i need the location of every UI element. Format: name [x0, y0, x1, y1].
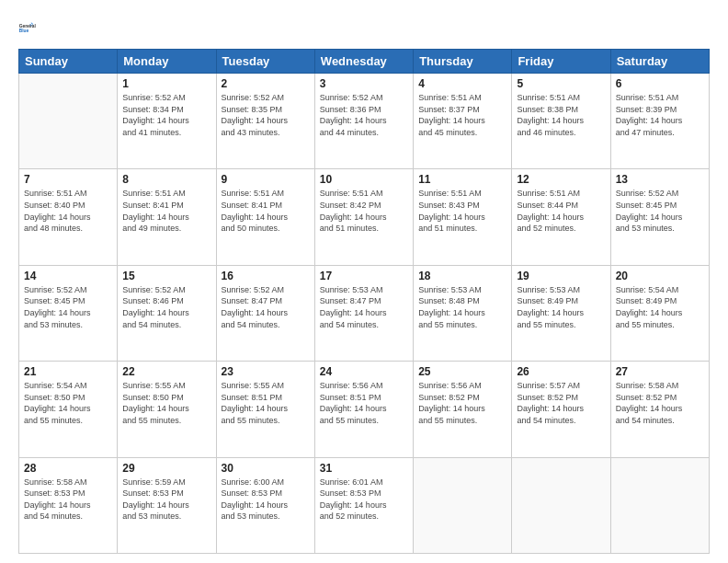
day-info: Sunrise: 5:51 AM Sunset: 8:43 PM Dayligh…	[418, 188, 506, 234]
calendar-day-cell: 28Sunrise: 5:58 AM Sunset: 8:53 PM Dayli…	[19, 457, 118, 553]
day-number: 3	[320, 77, 408, 90]
day-info: Sunrise: 5:52 AM Sunset: 8:45 PM Dayligh…	[24, 284, 112, 330]
day-number: 2	[222, 77, 310, 90]
calendar-day-cell: 1Sunrise: 5:52 AM Sunset: 8:34 PM Daylig…	[118, 74, 216, 169]
calendar-day-cell: 18Sunrise: 5:53 AM Sunset: 8:48 PM Dayli…	[414, 265, 512, 361]
calendar-header-row: SundayMondayTuesdayWednesdayThursdayFrid…	[19, 50, 710, 74]
day-number: 9	[222, 173, 310, 186]
calendar-day-cell	[19, 74, 118, 169]
day-info: Sunrise: 5:52 AM Sunset: 8:45 PM Dayligh…	[616, 188, 704, 234]
day-number: 18	[418, 270, 506, 282]
calendar-day-cell: 25Sunrise: 5:56 AM Sunset: 8:52 PM Dayli…	[414, 362, 512, 457]
calendar-week-row: 28Sunrise: 5:58 AM Sunset: 8:53 PM Dayli…	[19, 457, 710, 553]
calendar-day-cell: 29Sunrise: 5:59 AM Sunset: 8:53 PM Dayli…	[118, 457, 216, 553]
day-number: 19	[517, 270, 605, 282]
calendar-day-cell: 2Sunrise: 5:52 AM Sunset: 8:35 PM Daylig…	[216, 74, 314, 169]
day-number: 26	[517, 365, 605, 378]
day-number: 30	[222, 462, 310, 475]
calendar-day-cell: 23Sunrise: 5:55 AM Sunset: 8:51 PM Dayli…	[216, 362, 314, 457]
day-number: 8	[122, 173, 210, 186]
calendar-day-cell	[610, 457, 709, 553]
day-info: Sunrise: 6:01 AM Sunset: 8:53 PM Dayligh…	[320, 477, 408, 523]
day-info: Sunrise: 5:51 AM Sunset: 8:42 PM Dayligh…	[320, 188, 408, 234]
calendar-day-cell: 14Sunrise: 5:52 AM Sunset: 8:45 PM Dayli…	[19, 265, 118, 361]
day-number: 27	[616, 365, 704, 378]
day-info: Sunrise: 5:54 AM Sunset: 8:49 PM Dayligh…	[616, 284, 704, 330]
day-number: 13	[616, 173, 704, 186]
day-number: 28	[24, 462, 112, 475]
calendar-week-row: 7Sunrise: 5:51 AM Sunset: 8:40 PM Daylig…	[19, 169, 710, 265]
calendar-day-cell: 31Sunrise: 6:01 AM Sunset: 8:53 PM Dayli…	[314, 457, 413, 553]
weekday-header: Tuesday	[216, 50, 314, 74]
calendar-day-cell: 10Sunrise: 5:51 AM Sunset: 8:42 PM Dayli…	[314, 169, 413, 265]
svg-text:Blue: Blue	[19, 29, 29, 33]
day-number: 12	[517, 173, 605, 186]
weekday-header: Thursday	[414, 50, 512, 74]
weekday-header: Wednesday	[314, 50, 413, 74]
day-info: Sunrise: 5:52 AM Sunset: 8:46 PM Dayligh…	[122, 284, 210, 330]
day-info: Sunrise: 5:57 AM Sunset: 8:52 PM Dayligh…	[517, 380, 605, 426]
day-info: Sunrise: 5:52 AM Sunset: 8:35 PM Dayligh…	[222, 92, 310, 138]
day-info: Sunrise: 5:51 AM Sunset: 8:41 PM Dayligh…	[222, 188, 310, 234]
weekday-header: Saturday	[610, 50, 709, 74]
calendar-day-cell: 15Sunrise: 5:52 AM Sunset: 8:46 PM Dayli…	[118, 265, 216, 361]
calendar-day-cell: 19Sunrise: 5:53 AM Sunset: 8:49 PM Dayli…	[512, 265, 610, 361]
day-info: Sunrise: 5:59 AM Sunset: 8:53 PM Dayligh…	[122, 477, 210, 523]
day-number: 4	[418, 77, 506, 90]
calendar-day-cell: 22Sunrise: 5:55 AM Sunset: 8:50 PM Dayli…	[118, 362, 216, 457]
day-info: Sunrise: 5:53 AM Sunset: 8:48 PM Dayligh…	[418, 284, 506, 330]
day-info: Sunrise: 5:53 AM Sunset: 8:47 PM Dayligh…	[320, 284, 408, 330]
calendar-day-cell: 11Sunrise: 5:51 AM Sunset: 8:43 PM Dayli…	[414, 169, 512, 265]
calendar-week-row: 1Sunrise: 5:52 AM Sunset: 8:34 PM Daylig…	[19, 74, 710, 169]
weekday-header: Sunday	[19, 50, 118, 74]
day-number: 17	[320, 270, 408, 282]
weekday-header: Monday	[118, 50, 216, 74]
day-info: Sunrise: 5:54 AM Sunset: 8:50 PM Dayligh…	[24, 380, 112, 426]
day-info: Sunrise: 5:55 AM Sunset: 8:50 PM Dayligh…	[122, 380, 210, 426]
calendar-day-cell: 17Sunrise: 5:53 AM Sunset: 8:47 PM Dayli…	[314, 265, 413, 361]
day-info: Sunrise: 5:56 AM Sunset: 8:51 PM Dayligh…	[320, 380, 408, 426]
day-info: Sunrise: 5:51 AM Sunset: 8:40 PM Dayligh…	[24, 188, 112, 234]
day-info: Sunrise: 5:56 AM Sunset: 8:52 PM Dayligh…	[418, 380, 506, 426]
calendar-day-cell	[414, 457, 512, 553]
calendar-day-cell: 30Sunrise: 6:00 AM Sunset: 8:53 PM Dayli…	[216, 457, 314, 553]
day-number: 20	[616, 270, 704, 282]
day-number: 1	[122, 77, 210, 90]
day-info: Sunrise: 5:51 AM Sunset: 8:44 PM Dayligh…	[517, 188, 605, 234]
calendar-day-cell	[512, 457, 610, 553]
calendar-day-cell: 12Sunrise: 5:51 AM Sunset: 8:44 PM Dayli…	[512, 169, 610, 265]
calendar-day-cell: 4Sunrise: 5:51 AM Sunset: 8:37 PM Daylig…	[414, 74, 512, 169]
day-info: Sunrise: 5:51 AM Sunset: 8:38 PM Dayligh…	[517, 92, 605, 138]
day-info: Sunrise: 5:52 AM Sunset: 8:47 PM Dayligh…	[222, 284, 310, 330]
day-number: 11	[418, 173, 506, 186]
calendar-day-cell: 20Sunrise: 5:54 AM Sunset: 8:49 PM Dayli…	[610, 265, 709, 361]
day-number: 10	[320, 173, 408, 186]
day-info: Sunrise: 5:53 AM Sunset: 8:49 PM Dayligh…	[517, 284, 605, 330]
day-info: Sunrise: 5:58 AM Sunset: 8:53 PM Dayligh…	[24, 477, 112, 523]
calendar-day-cell: 9Sunrise: 5:51 AM Sunset: 8:41 PM Daylig…	[216, 169, 314, 265]
day-number: 31	[320, 462, 408, 475]
day-number: 22	[122, 365, 210, 378]
header: General Blue	[18, 14, 710, 41]
day-info: Sunrise: 5:52 AM Sunset: 8:34 PM Dayligh…	[122, 92, 210, 138]
calendar-day-cell: 5Sunrise: 5:51 AM Sunset: 8:38 PM Daylig…	[512, 74, 610, 169]
day-number: 21	[24, 365, 112, 378]
day-info: Sunrise: 5:58 AM Sunset: 8:52 PM Dayligh…	[616, 380, 704, 426]
calendar-week-row: 14Sunrise: 5:52 AM Sunset: 8:45 PM Dayli…	[19, 265, 710, 361]
calendar-day-cell: 24Sunrise: 5:56 AM Sunset: 8:51 PM Dayli…	[314, 362, 413, 457]
page: General Blue SundayMondayTuesdayWednesda…	[0, 0, 728, 563]
calendar-day-cell: 7Sunrise: 5:51 AM Sunset: 8:40 PM Daylig…	[19, 169, 118, 265]
day-number: 24	[320, 365, 408, 378]
logo-icon: General Blue	[18, 14, 46, 41]
calendar-day-cell: 6Sunrise: 5:51 AM Sunset: 8:39 PM Daylig…	[610, 74, 709, 169]
day-info: Sunrise: 5:51 AM Sunset: 8:39 PM Dayligh…	[616, 92, 704, 138]
day-number: 6	[616, 77, 704, 90]
weekday-header: Friday	[512, 50, 610, 74]
day-number: 29	[122, 462, 210, 475]
calendar-day-cell: 16Sunrise: 5:52 AM Sunset: 8:47 PM Dayli…	[216, 265, 314, 361]
svg-text:General: General	[19, 24, 36, 29]
day-info: Sunrise: 5:55 AM Sunset: 8:51 PM Dayligh…	[222, 380, 310, 426]
day-number: 25	[418, 365, 506, 378]
calendar-day-cell: 13Sunrise: 5:52 AM Sunset: 8:45 PM Dayli…	[610, 169, 709, 265]
day-info: Sunrise: 5:51 AM Sunset: 8:41 PM Dayligh…	[122, 188, 210, 234]
